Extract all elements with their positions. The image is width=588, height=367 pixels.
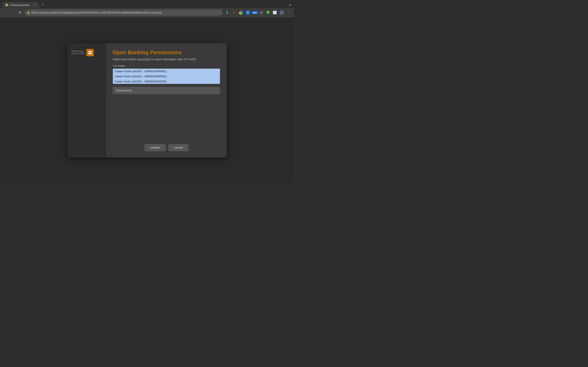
toolbar-actions: ⬇ ☆ P New S 🧩 ⬜ 👤 ⋮ xyxy=(224,10,292,16)
new-badge-label: New xyxy=(252,11,258,14)
chrome-extension-icon[interactable] xyxy=(238,10,244,16)
sidebar-button[interactable]: ⬜ xyxy=(272,10,278,16)
page-content: مصرف الإنماء alinma bank Open B xyxy=(0,17,294,184)
modal-subtitle: Select and confirm account(s) to share i… xyxy=(113,58,220,61)
lock-icon: 🔒 xyxy=(27,11,30,14)
confirm-button[interactable]: Confirm xyxy=(144,144,166,151)
modal-buttons: Confirm Cancel xyxy=(113,141,220,151)
tab-close-button[interactable]: ✕ xyxy=(33,3,36,7)
tab-favicon: 🌐 xyxy=(5,3,8,6)
bank-name-arabic: مصرف الإنماء xyxy=(71,50,85,52)
permissions-button[interactable]: Permissions xyxy=(113,87,220,94)
refresh-button[interactable]: ↻ xyxy=(17,10,23,16)
accounts-listbox[interactable]: Caelan Porter (931001 - 00000010000001)C… xyxy=(113,68,220,84)
svg-rect-1 xyxy=(90,51,92,52)
profile-icon[interactable]: P xyxy=(245,10,251,16)
tab-bar: 🌐 Consent journey ✕ + ▾ xyxy=(0,0,294,8)
star-icon[interactable]: ☆ xyxy=(231,10,237,16)
modal-sidebar: مصرف الإنماء alinma bank xyxy=(67,43,106,157)
cancel-button[interactable]: Cancel xyxy=(168,144,189,151)
tab-list-button[interactable]: ▾ xyxy=(289,3,292,7)
new-badge-extension[interactable]: New xyxy=(252,10,258,16)
back-button[interactable]: ← xyxy=(2,10,8,16)
profile-avatar[interactable]: 👤 xyxy=(279,10,285,16)
extensions-puzzle-icon[interactable]: 🧩 xyxy=(265,10,271,16)
modal-card: مصرف الإنماء alinma bank Open B xyxy=(67,43,227,157)
svg-rect-0 xyxy=(88,51,90,52)
new-tab-button[interactable]: + xyxy=(40,2,46,8)
accounts-label: * Accounts xyxy=(113,64,220,67)
s-extension-icon[interactable]: S xyxy=(259,10,264,15)
bank-name-english: alinma bank xyxy=(71,52,85,55)
svg-rect-3 xyxy=(90,53,92,54)
forward-button[interactable]: → xyxy=(10,10,16,16)
browser-chrome: 🌐 Consent journey ✕ + ▾ ← → ↻ 🔒 auth1.in… xyxy=(0,0,294,17)
svg-rect-2 xyxy=(88,53,90,54)
address-bar[interactable]: 🔒 auth1.inmasari.sandbox.tarabutgateway.… xyxy=(25,9,223,16)
browser-toolbar: ← → ↻ 🔒 auth1.inmasari.sandbox.tarabutga… xyxy=(0,8,294,17)
bank-logo-icon xyxy=(86,49,94,56)
browser-menu-button[interactable]: ⋮ xyxy=(286,10,292,16)
url-text: auth1.inmasari.sandbox.tarabutgateway.io… xyxy=(31,11,220,14)
active-tab[interactable]: 🌐 Consent journey ✕ xyxy=(2,2,39,8)
modal-main: Open Banking Permissions Select and conf… xyxy=(106,43,227,157)
modal-title: Open Banking Permissions xyxy=(113,49,220,56)
download-icon[interactable]: ⬇ xyxy=(224,10,230,16)
tab-title: Consent journey xyxy=(10,3,29,7)
bank-logo: مصرف الإنماء alinma bank xyxy=(71,48,102,56)
